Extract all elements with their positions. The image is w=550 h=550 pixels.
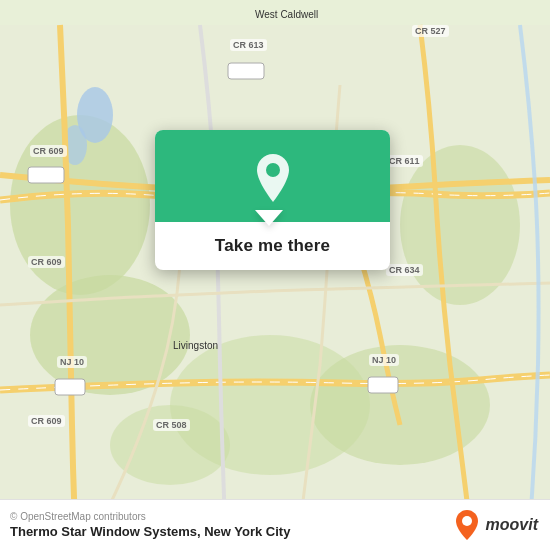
location-pin-icon — [251, 152, 295, 204]
svg-rect-12 — [368, 377, 398, 393]
bottom-bar: © OpenStreetMap contributors Thermo Star… — [0, 499, 550, 550]
road-label-cr634: CR 634 — [386, 264, 423, 276]
svg-point-14 — [462, 516, 472, 526]
town-label-livingston: Livingston — [173, 340, 218, 351]
svg-rect-9 — [228, 63, 264, 79]
moovit-text-label: moovit — [486, 516, 538, 534]
road-label-cr527: CR 527 — [412, 25, 449, 37]
svg-rect-11 — [55, 379, 85, 395]
town-label-west-caldwell: West Caldwell — [255, 9, 318, 20]
popup-tail — [255, 210, 283, 226]
map-container: CR 613 CR 527 CR 609 CR 609 CR 609 CR 61… — [0, 0, 550, 550]
svg-point-13 — [266, 163, 280, 177]
popup-button-area[interactable]: Take me there — [155, 222, 390, 270]
road-label-cr613: CR 613 — [230, 39, 267, 51]
attribution-text: © OpenStreetMap contributors — [10, 511, 290, 522]
road-label-cr508: CR 508 — [153, 419, 190, 431]
road-label-nj10-2: NJ 10 — [369, 354, 399, 366]
bottom-left: © OpenStreetMap contributors Thermo Star… — [10, 511, 290, 539]
moovit-logo: moovit — [453, 509, 538, 541]
map-svg — [0, 0, 550, 550]
svg-point-6 — [110, 405, 230, 485]
road-label-cr609-1: CR 609 — [30, 145, 67, 157]
road-label-nj10-1: NJ 10 — [57, 356, 87, 368]
popup-green-area — [155, 130, 390, 222]
location-name: Thermo Star Window Systems, New York Cit… — [10, 524, 290, 539]
svg-rect-10 — [28, 167, 64, 183]
moovit-pin-icon — [453, 509, 481, 541]
svg-point-2 — [30, 275, 190, 395]
take-me-there-button[interactable]: Take me there — [215, 236, 330, 256]
popup-card: Take me there — [155, 130, 390, 270]
svg-point-3 — [400, 145, 520, 305]
road-label-cr609-2: CR 609 — [28, 256, 65, 268]
road-label-cr609-3: CR 609 — [28, 415, 65, 427]
road-label-cr611: CR 611 — [386, 155, 423, 167]
